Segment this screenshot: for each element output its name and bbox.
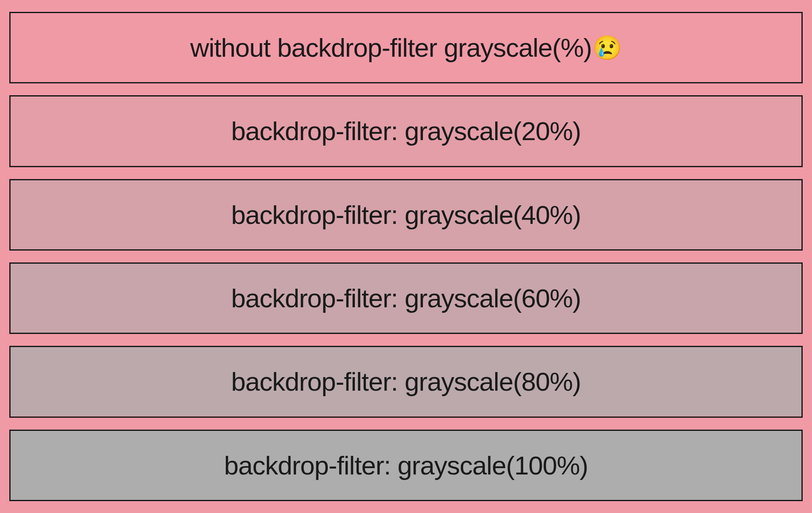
crying-face-icon: 😢 xyxy=(593,34,622,62)
row-label: without backdrop-filter grayscale(%) 😢 xyxy=(190,33,622,63)
row-label: backdrop-filter: grayscale(80%) xyxy=(231,367,581,397)
filter-row-20: backdrop-filter: grayscale(20%) xyxy=(9,95,803,167)
filter-row-none: without backdrop-filter grayscale(%) 😢 xyxy=(9,12,803,83)
demo-stack: without backdrop-filter grayscale(%) 😢 b… xyxy=(9,12,803,501)
row-label-text: without backdrop-filter grayscale(%) xyxy=(190,33,592,63)
row-label-text: backdrop-filter: grayscale(80%) xyxy=(231,367,581,397)
filter-row-100: backdrop-filter: grayscale(100%) xyxy=(9,430,803,501)
row-label-text: backdrop-filter: grayscale(100%) xyxy=(224,450,588,480)
row-label: backdrop-filter: grayscale(60%) xyxy=(231,283,581,313)
row-label-text: backdrop-filter: grayscale(60%) xyxy=(231,283,581,313)
row-label-text: backdrop-filter: grayscale(40%) xyxy=(231,200,581,230)
row-label: backdrop-filter: grayscale(40%) xyxy=(231,200,581,230)
row-label: backdrop-filter: grayscale(100%) xyxy=(224,450,588,480)
filter-row-40: backdrop-filter: grayscale(40%) xyxy=(9,179,803,251)
row-label: backdrop-filter: grayscale(20%) xyxy=(231,116,581,146)
row-label-text: backdrop-filter: grayscale(20%) xyxy=(231,116,581,146)
filter-row-80: backdrop-filter: grayscale(80%) xyxy=(9,346,803,417)
filter-row-60: backdrop-filter: grayscale(60%) xyxy=(9,262,803,334)
